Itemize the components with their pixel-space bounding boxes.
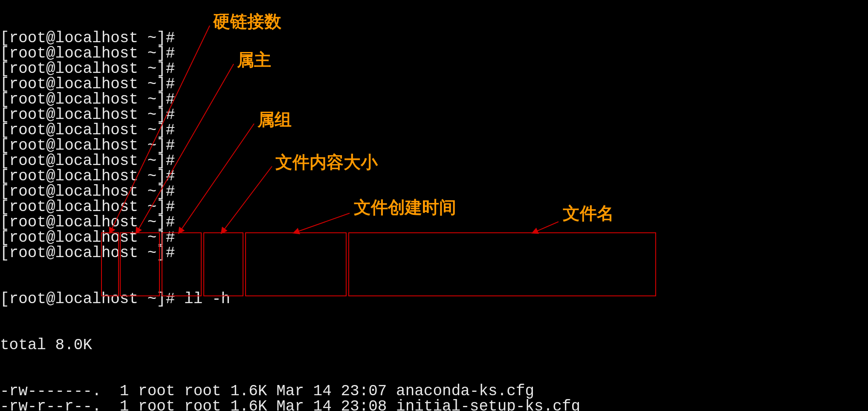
empty-prompt-line: [root@localhost ~]# [0,123,645,138]
empty-prompt-line: [root@localhost ~]# [0,77,645,92]
file-row: -rw-------. 1 root root 1.6K Mar 14 23:0… [0,384,645,399]
links: 1 [120,398,129,411]
group: root [184,382,221,400]
perm: -rw-------. [0,382,110,400]
empty-prompt-line: [root@localhost ~]# [0,215,645,230]
empty-prompt-line: [root@localhost ~]# [0,138,645,153]
annotation-group: 属组 [258,111,292,128]
size: 1.6K [230,382,267,400]
command-line: [root@localhost ~]# ll -h [0,292,645,307]
date: Mar 14 23:08 [276,398,387,411]
group: root [184,398,221,411]
size: 1.6K [230,398,267,411]
empty-prompt-line: [root@localhost ~]# [0,200,645,215]
empty-prompt-line: [root@localhost ~]# [0,107,645,123]
annotation-size: 文件内容大小 [275,153,378,171]
annotation-filename: 文件名 [563,205,614,222]
filename: anaconda-ks.cfg [396,382,534,400]
total-line: total 8.0K [0,338,645,353]
date: Mar 14 23:07 [276,382,387,400]
perm: -rw-r--r--. [0,398,110,411]
command: ll -h [184,290,230,308]
owner: root [138,382,175,400]
links: 1 [120,382,129,400]
empty-prompt-line: [root@localhost ~]# [0,230,645,246]
terminal[interactable]: [root@localhost ~]# [root@localhost ~]# … [0,0,645,411]
annotation-owner: 属主 [237,51,271,68]
annotation-ctime: 文件创建时间 [354,199,456,216]
file-row: -rw-r--r--. 1 root root 1.6K Mar 14 23:0… [0,399,645,411]
annotation-hardlinks: 硬链接数 [213,13,281,30]
empty-prompt-line: [root@localhost ~]# [0,92,645,107]
prompt: [root@localhost ~]# [0,290,184,308]
empty-prompt-line: [root@localhost ~]# [0,31,645,46]
empty-prompt-line: [root@localhost ~]# [0,61,645,77]
filename: initial-setup-ks.cfg [396,398,580,411]
owner: root [138,398,175,411]
empty-prompt-line: [root@localhost ~]# [0,184,645,200]
empty-prompt-line: [root@localhost ~]# [0,46,645,61]
empty-prompt-line: [root@localhost ~]# [0,246,645,261]
